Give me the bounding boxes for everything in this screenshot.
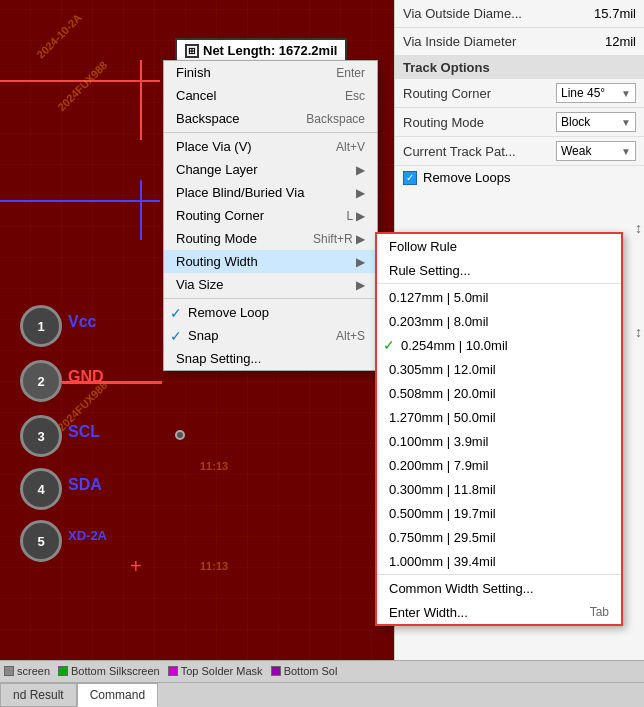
status-tabs: nd Result Command [0, 683, 644, 707]
pcb-watermark-1: 2024-10-2A [34, 11, 84, 61]
pcb-watermark-2: 2024FUX988 [55, 59, 109, 113]
submenu-rule-setting[interactable]: Rule Setting... [377, 258, 621, 282]
menu-item-finish[interactable]: Finish Enter [164, 61, 377, 84]
pin-1-label: Vcc [68, 313, 96, 331]
submenu-w2[interactable]: 0.203mm | 8.0mil [377, 309, 621, 333]
scroll-indicators: ↕ ↕ [635, 220, 642, 340]
routing-corner-dropdown-icon: ▼ [621, 88, 631, 99]
submenu-w1[interactable]: 0.127mm | 5.0mil [377, 285, 621, 309]
submenu-w8[interactable]: 0.200mm | 7.9mil [377, 453, 621, 477]
layer-screen: screen [4, 665, 50, 677]
pin-3-label: SCL [68, 423, 100, 441]
current-track-row: Current Track Pat... Weak ▼ [395, 137, 644, 166]
routing-mode-select[interactable]: Block ▼ [556, 112, 636, 132]
menu-item-snap[interactable]: ✓ Snap Alt+S [164, 324, 377, 347]
menu-item-cancel[interactable]: Cancel Esc [164, 84, 377, 107]
submenu-check-icon: ✓ [383, 337, 395, 353]
menu-item-via-size[interactable]: Via Size ▶ [164, 273, 377, 296]
layer-bottom-silk-label: Bottom Silkscreen [71, 665, 160, 677]
submenu-divider-1 [377, 283, 621, 284]
layer-screen-label: screen [17, 665, 50, 677]
pin-4: 4 [20, 468, 62, 510]
tab-command[interactable]: Command [77, 683, 158, 707]
pin-3: 3 [20, 415, 62, 457]
submenu-common-width[interactable]: Common Width Setting... [377, 576, 621, 600]
menu-item-backspace[interactable]: Backspace Backspace [164, 107, 377, 130]
layer-bottom-sol-dot [271, 666, 281, 676]
pin-1: 1 [20, 305, 62, 347]
context-menu: Finish Enter Cancel Esc Backspace Backsp… [163, 60, 378, 371]
layer-top-solder-label: Top Solder Mask [181, 665, 263, 677]
routing-mode-row: Routing Mode Block ▼ [395, 108, 644, 137]
menu-item-snap-setting[interactable]: Snap Setting... [164, 347, 377, 370]
status-bar: screen Bottom Silkscreen Top Solder Mask… [0, 660, 644, 707]
pin-4-label: SDA [68, 476, 102, 494]
layer-top-solder: Top Solder Mask [168, 665, 263, 677]
remove-loops-checkbox[interactable]: ✓ [403, 171, 417, 185]
submenu-follow-rule[interactable]: Follow Rule [377, 234, 621, 258]
submenu-w12[interactable]: 1.000mm | 39.4mil [377, 549, 621, 573]
menu-divider-2 [164, 298, 377, 299]
net-tooltip-text: Net Length: 1672.2mil [203, 43, 337, 58]
submenu-w3[interactable]: ✓ 0.254mm | 10.0mil [377, 333, 621, 357]
layer-bottom-sol-label: Bottom Sol [284, 665, 338, 677]
submenu-w6[interactable]: 1.270mm | 50.0mil [377, 405, 621, 429]
current-track-dropdown-icon: ▼ [621, 146, 631, 157]
routing-corner-select[interactable]: Line 45° ▼ [556, 83, 636, 103]
layer-bottom-silk-dot [58, 666, 68, 676]
submenu-enter-width[interactable]: Enter Width... Tab [377, 600, 621, 624]
submenu-w5[interactable]: 0.508mm | 20.0mil [377, 381, 621, 405]
menu-item-place-via[interactable]: Place Via (V) Alt+V [164, 135, 377, 158]
submenu-w11[interactable]: 0.750mm | 29.5mil [377, 525, 621, 549]
submenu-w4[interactable]: 0.305mm | 12.0mil [377, 357, 621, 381]
routing-corner-row: Routing Corner Line 45° ▼ [395, 79, 644, 108]
menu-item-blind-via[interactable]: Place Blind/Buried Via ▶ [164, 181, 377, 204]
via-outside-row: Via Outside Diame... 15.7mil [395, 0, 644, 28]
pin-5-label: XD-2A [68, 528, 107, 543]
layer-bottom-silk: Bottom Silkscreen [58, 665, 160, 677]
remove-loops-row: ✓ Remove Loops [395, 166, 644, 189]
submenu-w10[interactable]: 0.500mm | 19.7mil [377, 501, 621, 525]
layer-bar: screen Bottom Silkscreen Top Solder Mask… [0, 661, 644, 683]
net-icon: ⊞ [185, 44, 199, 58]
menu-divider-1 [164, 132, 377, 133]
tab-nd-result[interactable]: nd Result [0, 683, 77, 707]
submenu-divider-2 [377, 574, 621, 575]
cross-mark: + [130, 555, 142, 578]
submenu-w7[interactable]: 0.100mm | 3.9mil [377, 429, 621, 453]
menu-item-remove-loop[interactable]: ✓ Remove Loop [164, 301, 377, 324]
routing-width-submenu: Follow Rule Rule Setting... 0.127mm | 5.… [375, 232, 623, 626]
submenu-w9[interactable]: 0.300mm | 11.8mil [377, 477, 621, 501]
scroll-arrow-1: ↕ [635, 220, 642, 236]
pcb-watermark-4: 11:13 [200, 460, 228, 472]
routing-mode-dropdown-icon: ▼ [621, 117, 631, 128]
layer-top-solder-dot [168, 666, 178, 676]
pin-5: 5 [20, 520, 62, 562]
scroll-arrow-2: ↕ [635, 324, 642, 340]
layer-bottom-sol: Bottom Sol [271, 665, 338, 677]
menu-item-change-layer[interactable]: Change Layer ▶ [164, 158, 377, 181]
layer-screen-dot [4, 666, 14, 676]
pcb-watermark-5: 11:13 [200, 560, 228, 572]
current-track-select[interactable]: Weak ▼ [556, 141, 636, 161]
remove-loops-label: Remove Loops [423, 170, 510, 185]
track-options-header: Track Options [395, 56, 644, 79]
pin-2: 2 [20, 360, 62, 402]
via-dot [175, 430, 185, 440]
menu-item-routing-width[interactable]: Routing Width ▶ [164, 250, 377, 273]
via-inside-row: Via Inside Diameter 12mil [395, 28, 644, 56]
menu-item-routing-corner[interactable]: Routing Corner L ▶ [164, 204, 377, 227]
menu-item-routing-mode[interactable]: Routing Mode Shift+R ▶ [164, 227, 377, 250]
